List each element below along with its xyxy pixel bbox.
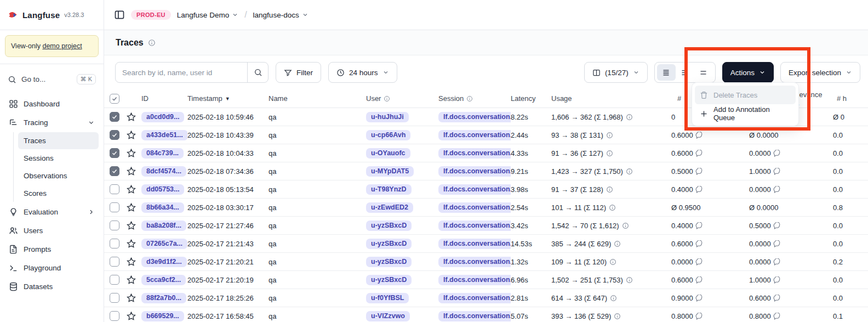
session-badge[interactable]: lf.docs.conversation... xyxy=(438,257,511,267)
filter-button[interactable]: Filter xyxy=(276,62,321,83)
demo-project-link[interactable]: demo project xyxy=(42,42,82,50)
session-badge[interactable]: lf.docs.conversation... xyxy=(438,148,511,159)
row-checkbox[interactable] xyxy=(110,184,119,194)
row-checkbox[interactable] xyxy=(110,293,119,303)
search-input[interactable] xyxy=(116,69,247,77)
user-badge[interactable]: u-VlZzvwo xyxy=(366,311,410,321)
row-checkbox[interactable] xyxy=(110,239,119,248)
bookmark-star-icon[interactable] xyxy=(126,184,136,195)
user-badge[interactable]: u-zEwdED2 xyxy=(366,202,413,213)
menu-item-delete-traces[interactable]: Delete Traces xyxy=(695,86,796,104)
column-header-latency[interactable]: Latency xyxy=(511,94,551,103)
session-badge[interactable]: lf.docs.conversation... xyxy=(438,202,511,213)
row-checkbox[interactable] xyxy=(110,221,119,230)
session-badge[interactable]: lf.docs.conversation... xyxy=(438,184,511,195)
table-row[interactable]: 5cca9cf2...2025-02-17 21:20:19qau-yzSBxc… xyxy=(104,271,868,289)
column-header-last-fragment[interactable]: # h xyxy=(830,94,868,103)
row-checkbox[interactable] xyxy=(110,148,119,158)
row-height-medium-icon[interactable] xyxy=(676,64,694,81)
sidebar-item-evaluation[interactable]: Evaluation xyxy=(5,202,99,221)
session-badge[interactable]: lf.docs.conversation... xyxy=(438,130,511,140)
trace-id-badge[interactable]: 084c739... xyxy=(141,148,184,159)
bookmark-star-icon[interactable] xyxy=(126,130,136,140)
trace-id-badge[interactable]: 07265c7a... xyxy=(141,239,187,249)
table-row[interactable]: 8b66a34...2025-02-18 03:30:17qau-zEwdED2… xyxy=(104,199,868,217)
user-badge[interactable]: u-MYpDAT5 xyxy=(366,166,414,177)
table-row[interactable]: 8dcf4574...2025-02-18 07:34:36qau-MYpDAT… xyxy=(104,162,868,180)
sidebar-item-scores[interactable]: Scores xyxy=(18,185,99,202)
bookmark-star-icon[interactable] xyxy=(126,148,136,159)
sidebar-item-dashboard[interactable]: Dashboard xyxy=(5,94,99,113)
sidebar-item-prompts[interactable]: Prompts xyxy=(5,240,99,258)
row-height-large-icon[interactable] xyxy=(694,64,713,81)
row-checkbox[interactable] xyxy=(110,311,119,321)
user-badge[interactable]: u-yzSBxcD xyxy=(366,275,412,285)
bookmark-star-icon[interactable] xyxy=(126,257,136,267)
bookmark-star-icon[interactable] xyxy=(126,221,136,231)
row-checkbox[interactable] xyxy=(110,275,119,285)
user-badge[interactable]: u-yzSBxcD xyxy=(366,257,412,267)
sidebar-item-sessions[interactable]: Sessions xyxy=(18,150,99,167)
sidebar-item-playground[interactable]: Playground xyxy=(5,258,99,277)
table-row[interactable]: ba8a208f...2025-02-17 21:27:46qau-yzSBxc… xyxy=(104,217,868,235)
bookmark-star-icon[interactable] xyxy=(126,112,136,122)
trace-id-badge[interactable]: a433de51... xyxy=(141,130,187,140)
bookmark-star-icon[interactable] xyxy=(126,293,136,303)
trace-id-badge[interactable]: b669529... xyxy=(141,311,184,321)
session-badge[interactable]: lf.docs.conversation... xyxy=(438,221,511,231)
column-header-id[interactable]: ID xyxy=(141,94,187,103)
actions-button[interactable]: Actions xyxy=(722,62,774,83)
org-switcher[interactable]: Langfuse Demo xyxy=(177,11,238,19)
column-header-usage[interactable]: Usage xyxy=(551,94,670,103)
trace-id-badge[interactable]: dd05753... xyxy=(141,184,184,195)
goto-search[interactable]: Go to... ⌘ K xyxy=(5,71,99,88)
row-checkbox[interactable] xyxy=(110,130,119,140)
session-badge[interactable]: lf.docs.conversation... xyxy=(438,239,511,249)
row-height-small-icon[interactable] xyxy=(657,64,676,81)
column-header-timestamp[interactable]: Timestamp▼ xyxy=(187,94,269,103)
sidebar-item-traces[interactable]: Traces xyxy=(18,132,99,149)
column-header-user[interactable]: User xyxy=(366,94,438,103)
row-checkbox[interactable] xyxy=(110,166,119,176)
menu-item-add-to-annotation-queue[interactable]: Add to Annotation Queue xyxy=(695,104,796,123)
user-badge[interactable]: u-OYauofc xyxy=(366,148,410,159)
export-selection-button[interactable]: Export selection xyxy=(780,62,860,83)
trace-id-badge[interactable]: 8b66a34... xyxy=(141,202,184,213)
row-checkbox[interactable] xyxy=(110,202,119,212)
table-row[interactable]: 084c739...2025-02-18 10:04:33qau-OYauofc… xyxy=(104,144,868,162)
trace-id-badge[interactable]: 5cca9cf2... xyxy=(141,275,186,285)
sidebar-item-datasets[interactable]: Datasets xyxy=(5,277,99,296)
session-badge[interactable]: lf.docs.conversation... xyxy=(438,311,511,321)
bookmark-star-icon[interactable] xyxy=(126,311,136,321)
column-header-name[interactable]: Name xyxy=(269,94,366,103)
user-badge[interactable]: u-yzSBxcD xyxy=(366,239,412,249)
user-badge[interactable]: u-T98YnzD xyxy=(366,184,412,195)
row-checkbox[interactable] xyxy=(110,112,119,122)
select-all-checkbox[interactable] xyxy=(110,94,119,104)
trace-id-badge[interactable]: ba8a208f... xyxy=(141,221,186,231)
bookmark-star-icon[interactable] xyxy=(126,202,136,213)
bookmark-star-icon[interactable] xyxy=(126,275,136,285)
trace-id-badge[interactable]: a0cd0d9... xyxy=(141,112,184,122)
sidebar-item-observations[interactable]: Observations xyxy=(18,167,99,184)
table-row[interactable]: dd05753...2025-02-18 05:13:54qau-T98YnzD… xyxy=(104,180,868,199)
column-visibility-button[interactable]: (15/27) xyxy=(584,62,648,83)
session-badge[interactable]: lf.docs.conversation... xyxy=(438,112,511,122)
table-row[interactable]: a433de51...2025-02-18 10:43:39qau-cp66Av… xyxy=(104,126,868,144)
trace-id-badge[interactable]: d3e9d1f2... xyxy=(141,257,187,267)
session-badge[interactable]: lf.docs.conversation... xyxy=(438,275,511,285)
user-badge[interactable]: u-cp66Avh xyxy=(366,130,410,140)
table-row[interactable]: 88f2a7b0...2025-02-17 18:25:26qau-f0YfBS… xyxy=(104,289,868,307)
search-submit-icon[interactable] xyxy=(247,63,268,82)
user-badge[interactable]: u-huJhuJi xyxy=(366,112,409,122)
bookmark-star-icon[interactable] xyxy=(126,166,136,177)
table-row[interactable]: 07265c7a...2025-02-17 21:21:43qau-yzSBxc… xyxy=(104,235,868,253)
project-switcher[interactable]: langfuse-docs xyxy=(253,11,309,19)
table-row[interactable]: b669529...2025-02-17 16:58:45qau-VlZzvwo… xyxy=(104,307,868,322)
row-checkbox[interactable] xyxy=(110,257,119,267)
sidebar-item-tracing[interactable]: Tracing xyxy=(5,113,99,132)
sidebar-item-users[interactable]: Users xyxy=(5,221,99,240)
bookmark-star-icon[interactable] xyxy=(126,239,136,249)
trace-id-badge[interactable]: 88f2a7b0... xyxy=(141,293,186,303)
sidebar-toggle-icon[interactable] xyxy=(114,9,125,20)
